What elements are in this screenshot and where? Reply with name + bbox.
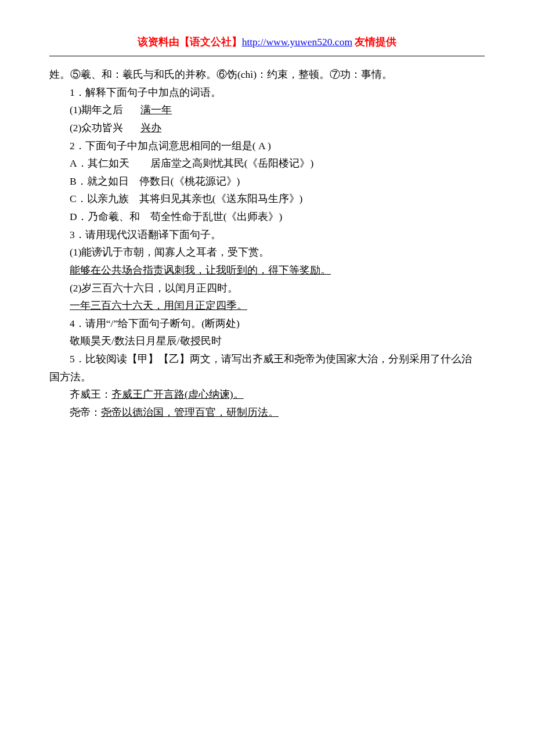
q3-prompt: 3．请用现代汉语翻译下面句子。 — [49, 226, 485, 244]
q1-opt1-text: (1)期年之后 — [70, 104, 123, 116]
q1-opt2: (2)众功皆兴兴办 — [49, 119, 485, 137]
q2-opt-d: D．乃命羲、和 苟全性命于乱世(《出师表》) — [49, 208, 485, 226]
q4-answer: 敬顺昊天/数法日月星辰/敬授民时 — [49, 332, 485, 350]
header-source-label: 该资料由【语文公社】 — [138, 36, 242, 48]
q5-a2-label: 尧帝： — [70, 406, 101, 418]
q3-s1-text: (1)能谤讥于市朝，闻寡人之耳者，受下赏。 — [49, 243, 485, 261]
q1-opt1: (1)期年之后满一年 — [49, 101, 485, 119]
q3-s2-answer: 一年三百六十六天，用闰月正定四季。 — [49, 297, 485, 315]
header-source-suffix: 友情提供 — [352, 36, 396, 48]
q3-s1-answer-text: 能够在公共场合指责讽刺我，让我听到的，得下等奖励。 — [70, 264, 331, 276]
document-body: 姓。⑤羲、和：羲氏与和氏的并称。⑥饬(chì)：约束，整顿。⑦功：事情。 1．解… — [49, 66, 485, 422]
q5-a1-text: 齐威王广开言路(虚心纳谏)。 — [111, 388, 244, 400]
document-page: 该资料由【语文公社】http://www.yuwen520.com 友情提供 姓… — [0, 0, 534, 756]
q1-prompt: 1．解释下面句子中加点的词语。 — [49, 84, 485, 102]
q2-opt-c: C．以亲九族 其将归见其亲也(《送东阳马生序》) — [49, 190, 485, 208]
q4-prompt: 4．请用“/”给下面句子断句。(断两处) — [49, 315, 485, 333]
q1-opt1-answer: 满一年 — [140, 104, 172, 116]
q2-opt-b: B．就之如日 停数日(《桃花源记》) — [49, 172, 485, 190]
q1-opt2-text: (2)众功皆兴 — [70, 122, 123, 134]
q5-answer-1: 齐威王：齐威王广开言路(虚心纳谏)。 — [49, 386, 485, 404]
q3-s2-answer-text: 一年三百六十六天，用闰月正定四季。 — [70, 300, 247, 311]
q2-prompt: 2．下面句子中加点词意思相同的一组是( A ) — [49, 137, 485, 155]
q5-a2-text: 尧帝以德治国，管理百官，研制历法。 — [101, 406, 279, 418]
q3-s1-answer: 能够在公共场合指责讽刺我，让我听到的，得下等奖励。 — [49, 261, 485, 279]
q5-answer-2: 尧帝：尧帝以德治国，管理百官，研制历法。 — [49, 404, 485, 422]
q5-prompt-line2: 国方法。 — [49, 368, 485, 386]
q3-s2-text: (2)岁三百六十六日，以闰月正四时。 — [49, 279, 485, 297]
q5-prompt-line1: 5．比较阅读【甲】【乙】两文，请写出齐威王和尧帝为使国家大治，分别采用了什么治 — [49, 350, 485, 368]
q2-opt-a: A．其仁如天 居庙堂之高则忧其民(《岳阳楼记》) — [49, 154, 485, 172]
q1-opt2-answer: 兴办 — [140, 122, 161, 134]
divider — [49, 56, 485, 56]
page-header: 该资料由【语文公社】http://www.yuwen520.com 友情提供 — [49, 35, 485, 49]
q5-a1-label: 齐威王： — [70, 388, 111, 400]
note-line: 姓。⑤羲、和：羲氏与和氏的并称。⑥饬(chì)：约束，整顿。⑦功：事情。 — [49, 66, 485, 84]
header-source-link[interactable]: http://www.yuwen520.com — [242, 36, 352, 48]
